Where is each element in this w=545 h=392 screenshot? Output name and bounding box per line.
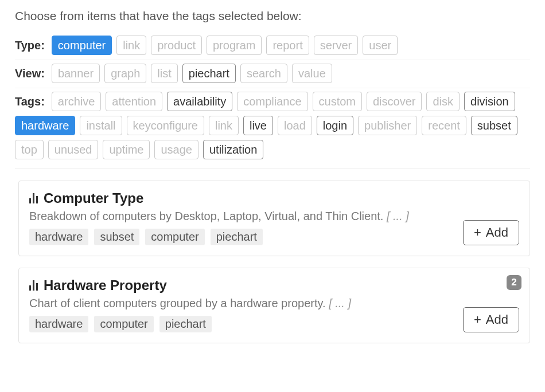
- type-tag-report[interactable]: report: [266, 36, 309, 55]
- tags-tag-utilization[interactable]: utilization: [203, 140, 263, 159]
- card-tag[interactable]: piechart: [159, 316, 212, 332]
- card-tags-row: hardwarecomputerpiechart: [29, 316, 519, 332]
- view-tag-banner[interactable]: banner: [52, 64, 100, 83]
- tags-tag-archive[interactable]: archive: [52, 92, 101, 111]
- result-card: Hardware PropertyChart of client compute…: [18, 268, 530, 343]
- tags-tag-login[interactable]: login: [317, 116, 353, 135]
- tags-tag-custom[interactable]: custom: [313, 92, 362, 111]
- card-tag[interactable]: subset: [94, 229, 139, 245]
- add-button-label: Add: [486, 312, 508, 327]
- filter-view-row: View: bannergraphlistpiechartsearchvalue: [15, 60, 530, 88]
- type-tag-server[interactable]: server: [314, 36, 359, 55]
- filter-type-label: Type:: [15, 36, 45, 55]
- card-tag[interactable]: computer: [145, 229, 204, 245]
- result-card: Computer TypeBreakdown of computers by D…: [18, 181, 530, 256]
- card-count-badge: 2: [507, 275, 521, 290]
- tags-tag-hardware[interactable]: hardware: [15, 116, 75, 135]
- card-tag[interactable]: computer: [94, 316, 153, 332]
- tags-tag-compliance[interactable]: compliance: [237, 92, 307, 111]
- card-description: Breakdown of computers by Desktop, Lapto…: [29, 210, 519, 223]
- card-description: Chart of client computers grouped by a h…: [29, 297, 519, 310]
- tags-tag-availability[interactable]: availability: [167, 92, 232, 111]
- tags-tag-install[interactable]: install: [80, 116, 122, 135]
- view-tag-list[interactable]: list: [151, 64, 177, 83]
- filter-tags-label: Tags:: [15, 92, 45, 111]
- bar-chart-icon: [29, 193, 38, 203]
- card-title: Hardware Property: [44, 277, 167, 293]
- card-title: Computer Type: [44, 190, 143, 206]
- add-button[interactable]: +Add: [463, 220, 519, 245]
- tags-tag-keyconfigure[interactable]: keyconfigure: [127, 116, 204, 135]
- view-tag-value[interactable]: value: [292, 64, 332, 83]
- tags-tag-publisher[interactable]: publisher: [358, 116, 417, 135]
- tags-tag-recent[interactable]: recent: [422, 116, 466, 135]
- tags-tag-division[interactable]: division: [464, 92, 515, 111]
- card-tag[interactable]: piechart: [211, 229, 263, 245]
- type-tag-product[interactable]: product: [151, 36, 202, 55]
- type-tag-computer[interactable]: computer: [52, 36, 112, 55]
- type-tag-program[interactable]: program: [207, 36, 262, 55]
- tags-tag-unused[interactable]: unused: [48, 140, 99, 159]
- tags-tag-load[interactable]: load: [278, 116, 312, 135]
- card-more-link[interactable]: [ ... ]: [329, 297, 351, 309]
- view-tag-piechart[interactable]: piechart: [182, 64, 236, 83]
- tags-tag-discover[interactable]: discover: [367, 92, 422, 111]
- view-tag-search[interactable]: search: [240, 64, 287, 83]
- bar-chart-icon: [29, 280, 38, 291]
- filter-tags-row: Tags: archiveattentionavailabilitycompli…: [15, 88, 530, 169]
- card-tag[interactable]: hardware: [29, 229, 88, 245]
- filter-type-row: Type: computerlinkproductprogramreportse…: [15, 32, 530, 60]
- card-more-link[interactable]: [ ... ]: [387, 210, 409, 222]
- tags-tag-subset[interactable]: subset: [471, 116, 517, 135]
- tags-tag-usage[interactable]: usage: [154, 140, 198, 159]
- tags-tag-live[interactable]: live: [243, 116, 273, 135]
- plus-icon: +: [474, 226, 481, 239]
- type-tag-link[interactable]: link: [116, 36, 146, 55]
- instruction-text: Choose from items that have the tags sel…: [15, 9, 530, 23]
- tags-tag-uptime[interactable]: uptime: [103, 140, 150, 159]
- tags-tag-top[interactable]: top: [15, 140, 44, 159]
- card-tags-row: hardwaresubsetcomputerpiechart: [29, 229, 519, 245]
- filter-view-label: View:: [15, 64, 45, 83]
- view-tag-graph[interactable]: graph: [104, 64, 146, 83]
- card-header: Hardware Property: [29, 277, 519, 293]
- tags-tag-disk[interactable]: disk: [426, 92, 460, 111]
- card-tag[interactable]: hardware: [29, 316, 88, 332]
- plus-icon: +: [474, 313, 481, 326]
- type-tag-user[interactable]: user: [363, 36, 398, 55]
- tags-tag-attention[interactable]: attention: [106, 92, 162, 111]
- tags-tag-link[interactable]: link: [209, 116, 239, 135]
- add-button-label: Add: [486, 225, 508, 240]
- card-header: Computer Type: [29, 190, 519, 206]
- add-button[interactable]: +Add: [463, 307, 519, 332]
